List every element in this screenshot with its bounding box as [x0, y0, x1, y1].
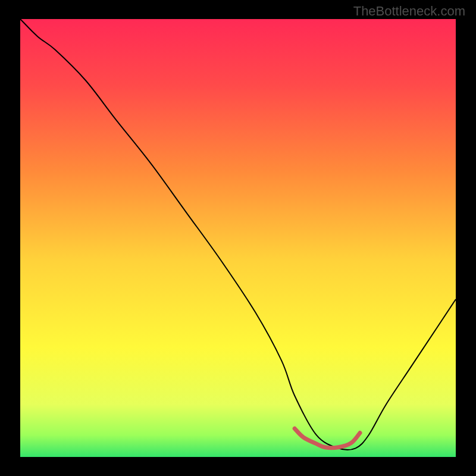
- chart-background: [20, 19, 456, 457]
- watermark-text: TheBottleneck.com: [353, 4, 465, 19]
- chart-plot-area: [20, 19, 456, 457]
- chart-svg: [20, 19, 456, 457]
